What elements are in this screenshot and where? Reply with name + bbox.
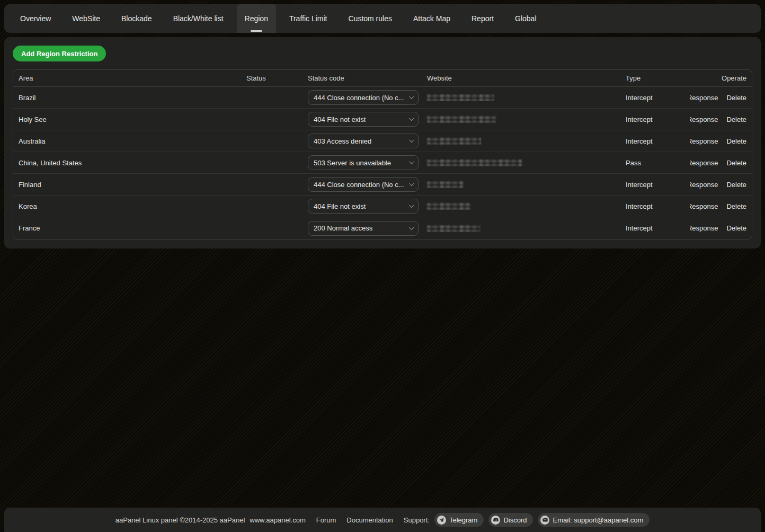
- delete-link[interactable]: Delete: [726, 159, 746, 167]
- type-label: Intercept: [620, 202, 690, 210]
- website-masked: [427, 202, 470, 210]
- email-button[interactable]: Email: support@aapanel.com: [538, 513, 650, 527]
- response-link[interactable]: Response: [690, 224, 718, 232]
- forum-link[interactable]: Forum: [316, 516, 336, 524]
- table-row: China, United States 503 Server is unava…: [13, 152, 752, 174]
- tab-label: Report: [472, 14, 494, 23]
- tab-label: Blockade: [121, 14, 152, 23]
- website-masked: [427, 137, 481, 145]
- status-code-select[interactable]: 200 Normal access: [308, 221, 419, 236]
- status-code-select[interactable]: 444 Close connection (No c...: [308, 90, 419, 105]
- table-row: Korea 404 File not exist Intercept Respo…: [13, 196, 752, 217]
- header-status: Status: [241, 74, 303, 82]
- header-type: Type: [620, 74, 690, 82]
- tab-label: WebSite: [72, 14, 100, 23]
- add-region-restriction-button[interactable]: Add Region Restriction: [13, 46, 106, 61]
- response-link[interactable]: Response: [690, 202, 718, 210]
- area-label: Korea: [13, 202, 241, 210]
- table-row: Australia 403 Access denied Intercept Re…: [13, 130, 752, 152]
- tab-overview[interactable]: Overview: [12, 4, 59, 33]
- chevron-down-icon: [409, 202, 414, 208]
- region-table: Area Status Status code Website Type Ope…: [13, 69, 752, 240]
- telegram-button[interactable]: Telegram: [434, 513, 484, 527]
- tab-label: Region: [245, 14, 268, 23]
- tab-label: Black/White list: [173, 14, 224, 23]
- delete-link[interactable]: Delete: [726, 224, 746, 232]
- status-code-value: 503 Server is unavailable: [314, 159, 391, 167]
- tab-website[interactable]: WebSite: [64, 4, 108, 33]
- status-code-value: 444 Close connection (No c...: [314, 181, 404, 189]
- chevron-down-icon: [409, 159, 414, 164]
- type-label: Pass: [620, 159, 690, 167]
- telegram-icon: [437, 516, 446, 525]
- delete-link[interactable]: Delete: [726, 137, 746, 145]
- area-label: China, United States: [13, 159, 241, 167]
- tab-blockade[interactable]: Blockade: [113, 4, 160, 33]
- type-label: Intercept: [620, 116, 690, 123]
- table-row: Finland 444 Close connection (No c... In…: [13, 174, 752, 196]
- response-link[interactable]: Response: [690, 94, 718, 102]
- region-panel: Add Region Restriction Area Status Statu…: [4, 37, 761, 249]
- type-label: Intercept: [620, 181, 690, 189]
- chevron-down-icon: [409, 181, 414, 186]
- delete-link[interactable]: Delete: [726, 202, 746, 210]
- discord-button[interactable]: Discord: [488, 513, 533, 527]
- area-label: Finland: [13, 181, 241, 189]
- tab-report[interactable]: Report: [464, 4, 502, 33]
- delete-link[interactable]: Delete: [726, 116, 746, 123]
- status-code-select[interactable]: 404 File not exist: [308, 199, 419, 214]
- documentation-link[interactable]: Documentation: [346, 516, 393, 524]
- delete-link[interactable]: Delete: [726, 181, 746, 189]
- response-link[interactable]: Response: [690, 116, 718, 123]
- tab-region[interactable]: Region: [237, 4, 276, 33]
- table-header-row: Area Status Status code Website Type Ope…: [13, 70, 752, 87]
- website-masked: [427, 225, 480, 232]
- status-code-value: 404 File not exist: [314, 202, 366, 210]
- telegram-label: Telegram: [449, 516, 477, 524]
- tab-label: Overview: [20, 14, 51, 23]
- status-code-select[interactable]: 404 File not exist: [308, 112, 419, 127]
- chevron-down-icon: [409, 225, 414, 230]
- area-label: Australia: [13, 137, 241, 145]
- chevron-down-icon: [409, 116, 414, 121]
- header-operate: Operate: [690, 74, 752, 82]
- tab-traffic-limit[interactable]: Traffic Limit: [281, 4, 335, 33]
- header-area: Area: [13, 74, 241, 82]
- tab-label: Attack Map: [413, 14, 450, 23]
- website-masked: [427, 94, 494, 101]
- type-label: Intercept: [620, 94, 690, 102]
- chevron-down-icon: [409, 94, 414, 99]
- discord-label: Discord: [503, 516, 527, 524]
- tab-black-white-list[interactable]: Black/White list: [165, 4, 232, 33]
- area-label: Brazil: [13, 94, 241, 102]
- delete-link[interactable]: Delete: [726, 94, 746, 102]
- support-label: Support:: [404, 516, 430, 524]
- table-row: France 200 Normal access Intercept Respo…: [13, 217, 752, 239]
- status-code-select[interactable]: 403 Access denied: [308, 134, 419, 148]
- copyright-text: aaPanel Linux panel ©2014-2025 aaPanel: [115, 516, 245, 524]
- site-link[interactable]: www.aapanel.com: [250, 516, 306, 524]
- website-masked: [427, 159, 522, 166]
- footer-bar: aaPanel Linux panel ©2014-2025 aaPanel w…: [4, 508, 761, 532]
- tab-custom-rules[interactable]: Custom rules: [341, 4, 400, 33]
- status-code-value: 403 Access denied: [314, 137, 371, 145]
- email-icon: [540, 516, 549, 525]
- tab-label: Traffic Limit: [289, 14, 327, 23]
- chevron-down-icon: [409, 137, 414, 143]
- response-link[interactable]: Response: [690, 137, 718, 145]
- tab-attack-map[interactable]: Attack Map: [405, 4, 458, 33]
- website-masked: [427, 181, 463, 188]
- status-code-select[interactable]: 444 Close connection (No c...: [308, 177, 419, 192]
- response-link[interactable]: Response: [690, 181, 718, 189]
- status-code-select[interactable]: 503 Server is unavailable: [308, 155, 419, 170]
- tab-global[interactable]: Global: [507, 4, 544, 33]
- response-link[interactable]: Response: [690, 159, 718, 167]
- header-website: Website: [422, 74, 620, 82]
- status-code-value: 404 File not exist: [314, 116, 366, 123]
- table-row: Holy See 404 File not exist Intercept Re…: [13, 109, 752, 130]
- type-label: Intercept: [620, 224, 690, 232]
- status-code-value: 444 Close connection (No c...: [314, 94, 404, 102]
- type-label: Intercept: [620, 137, 690, 145]
- tab-label: Global: [515, 14, 536, 23]
- table-row: Brazil 444 Close connection (No c... Int…: [13, 87, 752, 109]
